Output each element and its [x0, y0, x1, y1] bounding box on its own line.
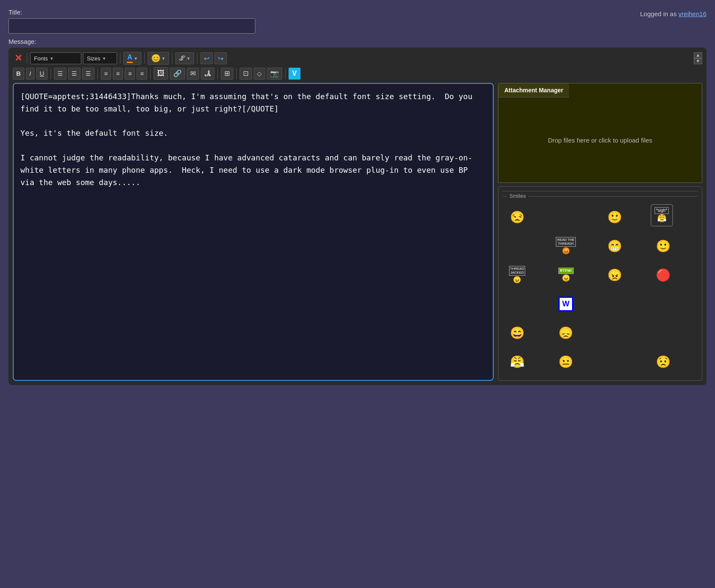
link-button[interactable]: 🔗 [170, 68, 185, 80]
smiley-empty3 [504, 291, 530, 317]
smiley-sigh[interactable]: *sigh* 😤 [651, 204, 673, 226]
image2-button[interactable]: 🏞 [201, 68, 214, 80]
undo-button[interactable]: ↩ [200, 52, 213, 64]
font-color-icon: A [127, 54, 133, 63]
separator-10 [236, 68, 237, 79]
separator-8 [150, 68, 151, 79]
indent-out-button[interactable]: ≡ [137, 68, 147, 80]
smiley-empty4 [602, 291, 627, 317]
separator-11 [285, 68, 286, 79]
smiley-rtfm[interactable]: RTFM! 😠 [553, 262, 579, 288]
attachment-manager: Attachment Manager Drop files here or cl… [498, 83, 702, 183]
smiley-sad2[interactable]: 😟 [651, 349, 676, 374]
link-icon: 🔗 [173, 69, 182, 77]
smiley-thread-jacked[interactable]: THREADJACKED 😠 [504, 262, 530, 288]
font-label: Fonts [34, 55, 48, 62]
smiley-dropdown-icon: ▼ [161, 56, 166, 61]
attachment-drop-zone[interactable]: Drop files here or click to upload files [498, 97, 702, 183]
smiley-stop[interactable]: 🔴 [651, 262, 676, 288]
login-info: Logged in as vreihen16 [640, 9, 706, 17]
list-ordered-icon: ≡ [104, 70, 108, 77]
smiley-button[interactable]: 😊 ▼ [148, 52, 169, 65]
smiley-empty6 [602, 320, 627, 345]
paperclip-button[interactable]: 🖇 ▼ [175, 52, 194, 64]
size-label: Sizes [87, 55, 100, 62]
screenshot-icon: 📷 [270, 69, 279, 77]
smiley-empty2 [504, 233, 530, 259]
indent-out-icon: ≡ [140, 70, 143, 77]
undo-icon: ↩ [204, 54, 209, 63]
toolbar-row2: B I U ☰ ☰ ☰ ≡ ≡ ≡ ≡ 🖼 [13, 67, 702, 80]
underline-button[interactable]: U [36, 68, 48, 80]
code-button[interactable]: ◇ [254, 68, 265, 80]
image-icon: 🖼 [157, 69, 165, 78]
italic-button[interactable]: I [26, 68, 34, 80]
login-user-link[interactable]: vreihen16 [678, 10, 706, 17]
scroll-up-button[interactable]: ▲ [694, 52, 702, 58]
image-button[interactable]: 🖼 [154, 67, 168, 80]
list-ordered-button[interactable]: ≡ [101, 68, 111, 80]
smiley-empty8 [602, 349, 627, 374]
table-button[interactable]: ⊞ [221, 68, 233, 80]
redo-icon: ↪ [218, 54, 223, 63]
indent-in-button[interactable]: ≡ [125, 68, 135, 80]
underline-icon: U [40, 70, 44, 77]
editor-container: ✕ Fonts ▼ Sizes ▼ A ▼ 😊 ▼ 🖇 ▼ [9, 48, 706, 385]
x-icon: ✕ [14, 53, 22, 63]
align-center-button[interactable]: ☰ [68, 68, 80, 80]
message-textarea[interactable]: [QUOTE=apptest;31446433]Thanks much, I'm… [13, 83, 494, 381]
scroll-down-button[interactable]: ▼ [694, 58, 702, 64]
font-dropdown-icon: ▼ [50, 56, 54, 61]
title-section: Title: [9, 9, 255, 34]
cancel-button[interactable]: ✕ [13, 53, 24, 64]
smiley-happy[interactable]: 😄 [504, 320, 530, 345]
size-select-button[interactable]: Sizes ▼ [83, 52, 117, 64]
separator-7 [97, 68, 98, 79]
smilies-panel: Smilies 😒 🙂 *sigh* 😤 READ THETHREAD!! [498, 186, 702, 381]
list-unordered-button[interactable]: ≡ [113, 68, 123, 80]
attachment-manager-title: Attachment Manager [498, 83, 569, 97]
smiley-smile[interactable]: 🙂 [602, 204, 627, 230]
toolbar-row1: ✕ Fonts ▼ Sizes ▼ A ▼ 😊 ▼ 🖇 ▼ [13, 52, 702, 65]
smiley-yellow-smile[interactable]: 🙂 [651, 233, 676, 259]
indent-in-icon: ≡ [128, 70, 132, 77]
vimeo-button[interactable]: V [289, 68, 301, 80]
vimeo-icon: V [292, 70, 297, 77]
font-select-button[interactable]: Fonts ▼ [30, 52, 81, 64]
smiley-angry2[interactable]: 😤 [504, 349, 530, 374]
italic-icon: I [29, 70, 31, 77]
align-left-icon: ☰ [57, 70, 63, 77]
smiley-grin[interactable]: 😁 [602, 233, 627, 259]
smiley-windows[interactable]: W [553, 291, 579, 317]
image2-icon: 🏞 [204, 70, 211, 77]
font-color-button[interactable]: A ▼ [123, 52, 141, 65]
separator-1 [27, 53, 27, 64]
smiley-bored[interactable]: 😒 [504, 204, 530, 230]
email-button[interactable]: ✉ [187, 68, 199, 80]
size-dropdown-icon: ▼ [102, 56, 106, 61]
login-text: Logged in as [640, 10, 678, 17]
code-icon: ◇ [257, 70, 262, 77]
smiley-sad[interactable]: 😞 [553, 320, 579, 345]
bold-icon: B [16, 70, 21, 77]
screenshot-button[interactable]: 📷 [267, 68, 282, 80]
align-left-button[interactable]: ☰ [54, 68, 66, 80]
smiley-read-thread[interactable]: READ THETHREAD!! 😡 [553, 233, 579, 259]
redo-button[interactable]: ↪ [214, 52, 227, 64]
table-icon: ⊞ [224, 69, 230, 77]
top-bar: Title: Logged in as vreihen16 [9, 9, 706, 34]
paperclip-dropdown-icon: ▼ [186, 56, 191, 61]
hashtag-button[interactable]: ⊡ [240, 68, 252, 80]
smiley-neutral[interactable]: 😐 [553, 349, 579, 374]
separator-4 [172, 53, 172, 64]
color-dropdown-icon: ▼ [134, 56, 138, 61]
smiley-angry[interactable]: 😠 [602, 262, 627, 288]
smiley-empty7 [651, 320, 676, 345]
editor-body: [QUOTE=apptest;31446433]Thanks much, I'm… [13, 83, 702, 381]
separator-5 [197, 53, 197, 64]
list-unordered-icon: ≡ [116, 70, 120, 77]
align-right-button[interactable]: ☰ [82, 68, 94, 80]
align-center-icon: ☰ [72, 70, 77, 77]
title-input[interactable] [9, 18, 255, 34]
bold-button[interactable]: B [13, 68, 24, 80]
